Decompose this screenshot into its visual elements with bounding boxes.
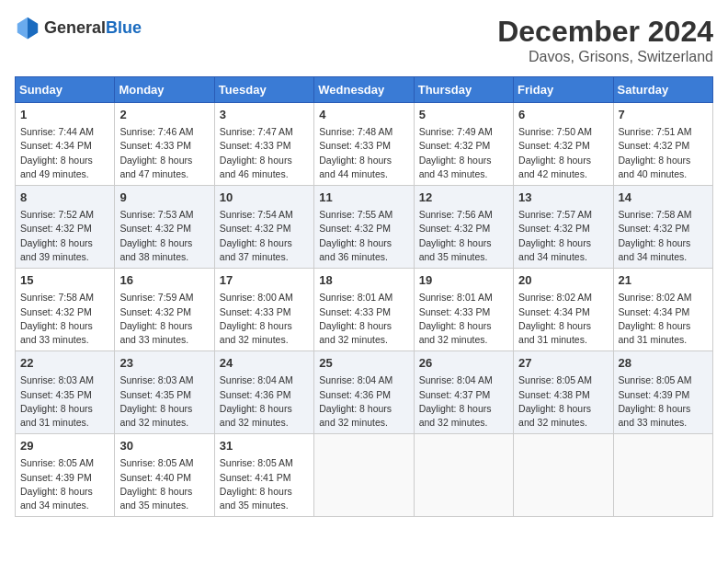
calendar-cell: 3Sunrise: 7:47 AM Sunset: 4:33 PM Daylig… — [214, 103, 313, 186]
calendar-cell: 14Sunrise: 7:58 AM Sunset: 4:32 PM Dayli… — [613, 186, 712, 269]
calendar-cell — [414, 434, 513, 517]
day-info: Sunrise: 7:57 AM Sunset: 4:32 PM Dayligh… — [518, 208, 608, 264]
calendar-week-row: 15Sunrise: 7:58 AM Sunset: 4:32 PM Dayli… — [16, 269, 713, 351]
weekday-header-monday: Monday — [115, 77, 214, 103]
calendar-week-row: 1Sunrise: 7:44 AM Sunset: 4:34 PM Daylig… — [16, 103, 713, 186]
logo-text-blue: Blue — [106, 18, 142, 37]
day-number: 2 — [119, 107, 209, 123]
calendar-cell: 24Sunrise: 8:04 AM Sunset: 4:36 PM Dayli… — [214, 351, 313, 434]
day-number: 6 — [518, 107, 608, 123]
day-info: Sunrise: 8:05 AM Sunset: 4:38 PM Dayligh… — [518, 373, 608, 430]
day-number: 29 — [20, 438, 109, 454]
day-number: 5 — [419, 107, 508, 123]
calendar-cell: 17Sunrise: 8:00 AM Sunset: 4:33 PM Dayli… — [214, 269, 313, 351]
logo-text-general: General — [44, 18, 106, 37]
calendar-cell: 30Sunrise: 8:05 AM Sunset: 4:40 PM Dayli… — [115, 434, 214, 517]
day-info: Sunrise: 7:44 AM Sunset: 4:34 PM Dayligh… — [20, 125, 109, 181]
calendar-cell: 15Sunrise: 7:58 AM Sunset: 4:32 PM Dayli… — [16, 269, 115, 351]
day-number: 1 — [20, 107, 109, 123]
day-number: 31 — [220, 438, 309, 454]
day-info: Sunrise: 8:04 AM Sunset: 4:36 PM Dayligh… — [220, 373, 309, 430]
day-number: 24 — [220, 355, 309, 372]
day-number: 17 — [220, 272, 309, 289]
calendar-cell: 11Sunrise: 7:55 AM Sunset: 4:32 PM Dayli… — [314, 186, 414, 269]
day-info: Sunrise: 7:49 AM Sunset: 4:32 PM Dayligh… — [419, 125, 508, 181]
month-title: December 2024 — [497, 15, 713, 49]
logo-icon — [15, 15, 40, 40]
day-number: 11 — [319, 190, 408, 206]
day-number: 13 — [518, 190, 608, 206]
calendar-cell: 31Sunrise: 8:05 AM Sunset: 4:41 PM Dayli… — [214, 434, 313, 517]
day-info: Sunrise: 7:53 AM Sunset: 4:32 PM Dayligh… — [119, 208, 209, 264]
calendar-cell: 8Sunrise: 7:52 AM Sunset: 4:32 PM Daylig… — [16, 186, 115, 269]
calendar-cell: 29Sunrise: 8:05 AM Sunset: 4:39 PM Dayli… — [16, 434, 115, 517]
day-number: 10 — [220, 190, 309, 206]
day-info: Sunrise: 7:56 AM Sunset: 4:32 PM Dayligh… — [419, 208, 508, 264]
day-info: Sunrise: 8:05 AM Sunset: 4:41 PM Dayligh… — [220, 456, 309, 512]
day-info: Sunrise: 7:47 AM Sunset: 4:33 PM Dayligh… — [220, 125, 309, 181]
calendar-cell — [613, 434, 712, 517]
calendar-table: SundayMondayTuesdayWednesdayThursdayFrid… — [15, 76, 713, 517]
calendar-cell: 22Sunrise: 8:03 AM Sunset: 4:35 PM Dayli… — [16, 351, 115, 434]
day-number: 4 — [319, 107, 408, 123]
weekday-header-sunday: Sunday — [16, 77, 115, 103]
day-info: Sunrise: 7:46 AM Sunset: 4:33 PM Dayligh… — [119, 125, 209, 181]
day-info: Sunrise: 7:55 AM Sunset: 4:32 PM Dayligh… — [319, 208, 408, 264]
calendar-cell: 19Sunrise: 8:01 AM Sunset: 4:33 PM Dayli… — [414, 269, 513, 351]
calendar-cell: 23Sunrise: 8:03 AM Sunset: 4:35 PM Dayli… — [115, 351, 214, 434]
day-info: Sunrise: 8:05 AM Sunset: 4:39 PM Dayligh… — [619, 373, 708, 430]
day-info: Sunrise: 7:58 AM Sunset: 4:32 PM Dayligh… — [20, 291, 109, 347]
day-number: 19 — [419, 272, 508, 289]
logo: GeneralBlue — [15, 15, 142, 40]
day-info: Sunrise: 8:05 AM Sunset: 4:39 PM Dayligh… — [20, 456, 109, 512]
calendar-week-row: 29Sunrise: 8:05 AM Sunset: 4:39 PM Dayli… — [16, 434, 713, 517]
weekday-header-wednesday: Wednesday — [314, 77, 414, 103]
calendar-cell: 12Sunrise: 7:56 AM Sunset: 4:32 PM Dayli… — [414, 186, 513, 269]
day-number: 26 — [419, 355, 508, 372]
calendar-cell: 27Sunrise: 8:05 AM Sunset: 4:38 PM Dayli… — [514, 351, 613, 434]
calendar-cell: 9Sunrise: 7:53 AM Sunset: 4:32 PM Daylig… — [115, 186, 214, 269]
calendar-week-row: 8Sunrise: 7:52 AM Sunset: 4:32 PM Daylig… — [16, 186, 713, 269]
day-number: 28 — [619, 355, 708, 372]
calendar-cell: 28Sunrise: 8:05 AM Sunset: 4:39 PM Dayli… — [613, 351, 712, 434]
calendar-cell: 25Sunrise: 8:04 AM Sunset: 4:36 PM Dayli… — [314, 351, 414, 434]
calendar-cell: 4Sunrise: 7:48 AM Sunset: 4:33 PM Daylig… — [314, 103, 414, 186]
day-number: 15 — [20, 272, 109, 289]
calendar-cell: 2Sunrise: 7:46 AM Sunset: 4:33 PM Daylig… — [115, 103, 214, 186]
calendar-cell: 21Sunrise: 8:02 AM Sunset: 4:34 PM Dayli… — [613, 269, 712, 351]
day-number: 25 — [319, 355, 408, 372]
day-number: 27 — [518, 355, 608, 372]
calendar-cell: 20Sunrise: 8:02 AM Sunset: 4:34 PM Dayli… — [514, 269, 613, 351]
day-info: Sunrise: 7:50 AM Sunset: 4:32 PM Dayligh… — [518, 125, 608, 181]
calendar-cell: 18Sunrise: 8:01 AM Sunset: 4:33 PM Dayli… — [314, 269, 414, 351]
weekday-header-tuesday: Tuesday — [214, 77, 313, 103]
day-number: 22 — [20, 355, 109, 372]
day-info: Sunrise: 7:58 AM Sunset: 4:32 PM Dayligh… — [619, 208, 708, 264]
day-info: Sunrise: 7:54 AM Sunset: 4:32 PM Dayligh… — [220, 208, 309, 264]
calendar-cell: 5Sunrise: 7:49 AM Sunset: 4:32 PM Daylig… — [414, 103, 513, 186]
day-info: Sunrise: 8:04 AM Sunset: 4:37 PM Dayligh… — [419, 373, 508, 430]
calendar-cell: 10Sunrise: 7:54 AM Sunset: 4:32 PM Dayli… — [214, 186, 313, 269]
weekday-header-thursday: Thursday — [414, 77, 513, 103]
day-info: Sunrise: 8:03 AM Sunset: 4:35 PM Dayligh… — [119, 373, 209, 430]
calendar-cell: 1Sunrise: 7:44 AM Sunset: 4:34 PM Daylig… — [16, 103, 115, 186]
day-number: 8 — [20, 190, 109, 206]
day-number: 3 — [220, 107, 309, 123]
location-title: Davos, Grisons, Switzerland — [497, 49, 713, 65]
day-info: Sunrise: 7:59 AM Sunset: 4:32 PM Dayligh… — [119, 291, 209, 347]
calendar-cell: 7Sunrise: 7:51 AM Sunset: 4:32 PM Daylig… — [613, 103, 712, 186]
day-number: 18 — [319, 272, 408, 289]
day-number: 20 — [518, 272, 608, 289]
day-number: 16 — [119, 272, 209, 289]
svg-marker-1 — [17, 17, 28, 40]
day-info: Sunrise: 7:52 AM Sunset: 4:32 PM Dayligh… — [20, 208, 109, 264]
day-info: Sunrise: 8:04 AM Sunset: 4:36 PM Dayligh… — [319, 373, 408, 430]
day-info: Sunrise: 8:05 AM Sunset: 4:40 PM Dayligh… — [119, 456, 209, 512]
day-info: Sunrise: 7:48 AM Sunset: 4:33 PM Dayligh… — [319, 125, 408, 181]
day-info: Sunrise: 7:51 AM Sunset: 4:32 PM Dayligh… — [619, 125, 708, 181]
svg-marker-0 — [28, 17, 38, 40]
day-info: Sunrise: 8:02 AM Sunset: 4:34 PM Dayligh… — [518, 291, 608, 347]
calendar-cell: 16Sunrise: 7:59 AM Sunset: 4:32 PM Dayli… — [115, 269, 214, 351]
calendar-cell — [514, 434, 613, 517]
header: GeneralBlue December 2024 Davos, Grisons… — [15, 15, 713, 65]
